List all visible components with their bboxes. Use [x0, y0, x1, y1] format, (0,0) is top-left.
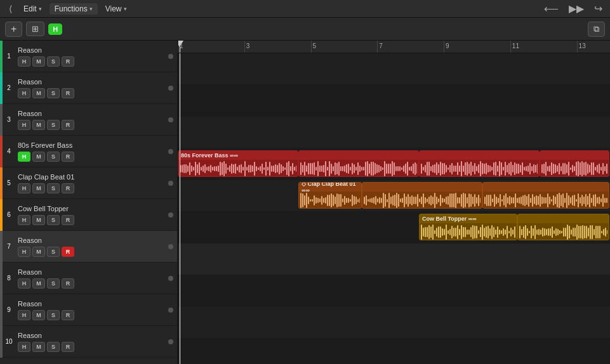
- track-btn-h-2[interactable]: H: [18, 88, 30, 98]
- track-btn-h-1[interactable]: H: [18, 56, 30, 67]
- clip-label-empty-5-1: [362, 183, 482, 192]
- clip-4-2[interactable]: [419, 150, 540, 177]
- add-track-button[interactable]: +: [5, 22, 22, 37]
- track-row-10[interactable]: 10ReasonHMSR: [0, 326, 177, 358]
- track-btn-h-9[interactable]: H: [18, 310, 30, 320]
- track-btn-r-1[interactable]: R: [62, 56, 74, 67]
- track-row-4[interactable]: 480s Forever BassHMSR: [0, 136, 177, 167]
- track-number-10: 10: [4, 338, 14, 345]
- track-number-6: 6: [4, 211, 14, 218]
- record-button[interactable]: ↪: [592, 1, 605, 16]
- track-btn-s-1[interactable]: S: [47, 56, 60, 67]
- track-btn-m-6[interactable]: M: [32, 215, 45, 225]
- track-btn-s-4[interactable]: S: [47, 152, 60, 162]
- track-lane-9: [178, 307, 610, 339]
- track-btn-m-7[interactable]: M: [32, 247, 45, 257]
- ruler-line-5: [311, 41, 312, 53]
- track-row-8[interactable]: 8ReasonHMSR: [0, 263, 177, 294]
- clip-5-0[interactable]: ◇ Clap Clap Beat 01 ∞∞: [298, 182, 362, 209]
- track-row-9[interactable]: 9ReasonHMSR: [0, 294, 177, 326]
- track-btn-m-1[interactable]: M: [32, 56, 45, 67]
- track-row-1[interactable]: 1ReasonHMSR: [0, 41, 177, 72]
- track-lane-10: [178, 339, 610, 364]
- track-btn-s-8[interactable]: S: [47, 278, 60, 289]
- track-btn-h-4[interactable]: H: [18, 152, 30, 162]
- window-button[interactable]: ⧉: [588, 22, 605, 37]
- track-number-8: 8: [4, 275, 14, 282]
- ruler-marker-11: 11: [512, 42, 519, 49]
- track-btn-r-3[interactable]: R: [62, 120, 74, 130]
- track-btn-s-3[interactable]: S: [47, 120, 60, 130]
- ruler-line-9: [444, 41, 444, 53]
- clip-4-1[interactable]: [298, 150, 419, 177]
- track-btn-m-5[interactable]: M: [32, 183, 45, 193]
- clip-4-3[interactable]: [540, 150, 609, 177]
- play-button[interactable]: ▶▶: [566, 1, 587, 16]
- transport-controls: ⟵ ▶▶ ↪: [541, 1, 605, 16]
- track-row-3[interactable]: 3ReasonHMSR: [0, 104, 177, 136]
- track-color-bar-6: [0, 199, 3, 231]
- track-btn-h-6[interactable]: H: [18, 215, 30, 225]
- rewind-button[interactable]: ⟵: [541, 1, 561, 16]
- track-btn-r-2[interactable]: R: [62, 88, 74, 98]
- ruler-marker-5: 5: [313, 42, 317, 49]
- track-btn-r-5[interactable]: R: [62, 183, 74, 193]
- tracks-view-button[interactable]: ⊞: [26, 22, 44, 36]
- track-info-5: Clap Clap Beat 01HMSR: [18, 173, 166, 193]
- track-btn-r-8[interactable]: R: [62, 278, 74, 289]
- ruler-line-7: [377, 41, 378, 53]
- edit-menu[interactable]: Edit ▾: [18, 3, 47, 15]
- ruler-line-11: [510, 41, 511, 53]
- track-btn-r-4[interactable]: R: [62, 152, 74, 162]
- track-btn-m-2[interactable]: M: [32, 88, 45, 98]
- track-btn-m-3[interactable]: M: [32, 120, 45, 130]
- track-btn-r-7[interactable]: R: [62, 247, 74, 257]
- track-row-2[interactable]: 2ReasonHMSR: [0, 72, 177, 104]
- track-btn-r-10[interactable]: R: [62, 342, 74, 352]
- clip-6-0[interactable]: Cow Bell Topper ∞∞: [419, 214, 517, 240]
- functions-menu[interactable]: Functions ▾: [50, 3, 98, 15]
- track-name-9: Reason: [18, 300, 166, 308]
- track-btn-m-9[interactable]: M: [32, 310, 45, 320]
- track-btn-m-8[interactable]: M: [32, 278, 45, 289]
- track-name-6: Cow Bell Topper: [18, 205, 166, 212]
- track-btn-s-7[interactable]: S: [47, 247, 60, 257]
- track-btn-s-6[interactable]: S: [47, 215, 60, 225]
- clip-6-1[interactable]: [517, 214, 609, 240]
- track-info-2: ReasonHMSR: [18, 78, 166, 98]
- track-row-5[interactable]: 5Clap Clap Beat 01HMSR: [0, 167, 177, 199]
- track-btn-s-2[interactable]: S: [47, 88, 60, 98]
- track-btn-s-10[interactable]: S: [47, 342, 60, 352]
- view-menu[interactable]: View ▾: [100, 3, 132, 15]
- track-btn-s-9[interactable]: S: [47, 310, 60, 320]
- track-info-7: ReasonHMSR: [18, 237, 166, 257]
- track-name-10: Reason: [18, 332, 166, 339]
- clip-5-2[interactable]: [482, 182, 609, 209]
- track-btn-h-10[interactable]: H: [18, 342, 30, 352]
- track-lane-2: [178, 85, 610, 117]
- track-row-6[interactable]: 6Cow Bell TopperHMSR: [0, 199, 177, 231]
- track-btn-r-6[interactable]: R: [62, 215, 74, 225]
- main-area: 1ReasonHMSR2ReasonHMSR3ReasonHMSR480s Fo…: [0, 41, 610, 364]
- track-btn-m-10[interactable]: M: [32, 342, 45, 352]
- track-btn-h-5[interactable]: H: [18, 183, 30, 193]
- clip-waveform-6-1: [518, 223, 609, 240]
- back-button[interactable]: ⟨: [5, 3, 16, 15]
- tracks-canvas[interactable]: 80s Forever Bass ∞∞◇ Clap Clap Beat 01 ∞…: [178, 53, 610, 364]
- h-mode-button[interactable]: H: [48, 23, 62, 35]
- track-row-7[interactable]: 7ReasonHMSR: [0, 231, 177, 263]
- clip-5-1[interactable]: [362, 182, 482, 209]
- clip-label-empty-4-2: [420, 151, 539, 160]
- clip-4-0[interactable]: 80s Forever Bass ∞∞: [178, 150, 298, 177]
- track-btn-h-8[interactable]: H: [18, 278, 30, 289]
- track-btn-r-9[interactable]: R: [62, 310, 74, 320]
- track-btn-h-7[interactable]: H: [18, 247, 30, 257]
- track-btn-h-3[interactable]: H: [18, 120, 30, 130]
- clip-waveform-4-0: [178, 160, 298, 177]
- track-name-3: Reason: [18, 110, 166, 117]
- clip-label-empty-4-1: [299, 151, 418, 160]
- track-btn-s-5[interactable]: S: [47, 183, 60, 193]
- track-btn-m-4[interactable]: M: [32, 152, 45, 162]
- clip-waveform-6-0: [420, 223, 517, 240]
- track-color-bar-8: [0, 263, 3, 294]
